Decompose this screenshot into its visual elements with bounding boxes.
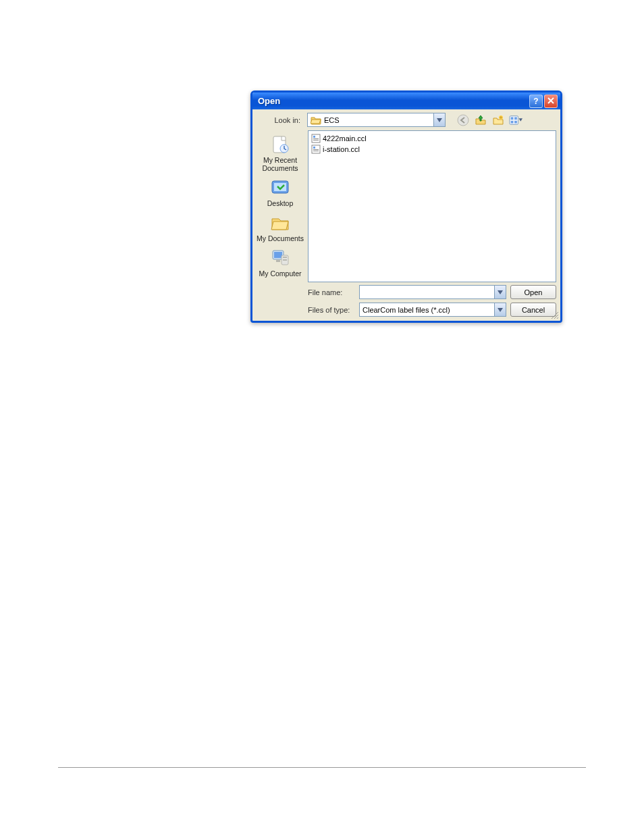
recent-documents-icon xyxy=(269,134,291,155)
view-menu-icon[interactable] xyxy=(509,113,522,127)
svg-rect-22 xyxy=(313,138,319,139)
help-icon: ? xyxy=(533,97,538,106)
look-in-combo[interactable]: ECS xyxy=(307,113,446,127)
close-button[interactable] xyxy=(544,95,558,108)
list-item[interactable]: i-station.ccl xyxy=(311,144,553,155)
titlebar-buttons: ? xyxy=(529,95,558,108)
desktop-icon xyxy=(269,177,291,199)
file-name: 4222main.ccl xyxy=(323,134,367,142)
my-computer-icon xyxy=(269,247,291,269)
file-icon xyxy=(311,134,321,143)
file-name: i-station.ccl xyxy=(323,145,360,153)
svg-point-0 xyxy=(458,115,468,126)
create-new-folder-icon[interactable] xyxy=(491,113,505,127)
files-of-type-label: Files of type: xyxy=(308,306,355,314)
file-icon xyxy=(311,145,321,154)
places-label: My Recent Documents xyxy=(256,156,304,172)
svg-rect-6 xyxy=(514,120,517,123)
resize-grip[interactable] xyxy=(551,311,559,319)
svg-rect-13 xyxy=(276,260,280,262)
svg-rect-25 xyxy=(313,147,315,149)
open-folder-icon xyxy=(311,115,321,125)
svg-rect-5 xyxy=(511,120,514,123)
bottom-panel: File name: Open Files of type: ClearCom … xyxy=(252,282,560,321)
places-my-documents[interactable]: My Documents xyxy=(256,210,304,244)
places-label: Desktop xyxy=(267,199,294,207)
my-documents-icon xyxy=(269,212,291,234)
chevron-down-icon[interactable] xyxy=(494,286,506,298)
files-of-type-value: ClearCom label files (*.ccl) xyxy=(363,306,494,314)
chevron-down-icon[interactable] xyxy=(433,113,445,126)
places-label: My Computer xyxy=(259,269,301,278)
look-in-value: ECS xyxy=(324,116,433,124)
footer-separator xyxy=(58,767,586,768)
chevron-down-icon[interactable] xyxy=(494,303,506,316)
places-desktop[interactable]: Desktop xyxy=(256,175,304,209)
list-item[interactable]: 4222main.ccl xyxy=(311,133,553,144)
cancel-button[interactable]: Cancel xyxy=(510,303,556,317)
places-bar: My Recent Documents Desktop My Documents xyxy=(252,130,308,282)
mid-area: My Recent Documents Desktop My Documents xyxy=(252,130,560,282)
svg-rect-16 xyxy=(283,259,287,261)
places-recent-documents[interactable]: My Recent Documents xyxy=(256,132,304,174)
open-button[interactable]: Open xyxy=(510,285,556,299)
toolbar: Look in: ECS xyxy=(252,109,560,130)
svg-rect-3 xyxy=(511,117,514,120)
back-icon[interactable] xyxy=(456,113,470,127)
svg-rect-23 xyxy=(313,140,319,140)
cancel-button-label: Cancel xyxy=(522,306,545,314)
close-icon xyxy=(547,97,554,106)
svg-rect-21 xyxy=(313,136,315,138)
file-list[interactable]: 4222main.ccl i-station.ccl xyxy=(308,130,556,282)
help-button[interactable]: ? xyxy=(529,95,543,108)
svg-rect-27 xyxy=(313,151,319,151)
svg-rect-12 xyxy=(274,252,282,258)
up-one-level-icon[interactable] xyxy=(474,113,487,127)
toolbar-icons xyxy=(456,113,522,127)
dialog-title: Open xyxy=(258,96,529,106)
file-name-label: File name: xyxy=(308,288,355,296)
svg-rect-26 xyxy=(313,149,319,150)
look-in-label: Look in: xyxy=(252,116,303,124)
svg-rect-4 xyxy=(514,117,517,120)
file-name-combo[interactable] xyxy=(359,285,506,299)
dialog-body: Look in: ECS xyxy=(252,109,560,321)
titlebar: Open ? xyxy=(252,93,560,109)
open-file-dialog: Open ? Look in: ECS xyxy=(250,90,562,323)
svg-rect-15 xyxy=(283,257,287,258)
open-button-label: Open xyxy=(525,288,543,296)
places-label: My Documents xyxy=(257,234,304,242)
files-of-type-combo[interactable]: ClearCom label files (*.ccl) xyxy=(359,303,506,317)
places-my-computer[interactable]: My Computer xyxy=(256,245,304,279)
